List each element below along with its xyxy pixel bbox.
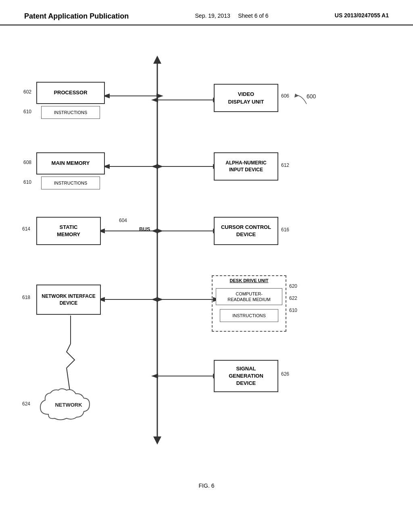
signal-generation-box: SIGNALGENERATIONDEVICE <box>214 360 278 392</box>
svg-marker-23 <box>151 229 158 233</box>
label-612: 612 <box>281 162 289 168</box>
fig-label: FIG. 6 <box>199 482 215 489</box>
svg-marker-11 <box>151 98 158 102</box>
instructions-box-3: INSTRUCTIONS <box>220 309 278 322</box>
svg-text:NETWORK: NETWORK <box>55 402 82 408</box>
instructions-box-1: INSTRUCTIONS <box>41 106 100 119</box>
sheet-label: Sheet 6 of 6 <box>238 12 269 19</box>
desk-drive-label: DESK DRIVE UNIT <box>213 278 286 283</box>
label-626: 626 <box>281 371 289 377</box>
desk-drive-outer-box: DESK DRIVE UNIT COMPUTER-READABLE MEDIUM… <box>212 275 286 332</box>
svg-marker-9 <box>156 94 163 98</box>
main-memory-box: MAIN MEMORY <box>36 152 105 175</box>
processor-box: PROCESSOR <box>36 82 105 104</box>
video-display-box: VIDEODISPLAY UNIT <box>214 84 278 112</box>
header-right: US 2013/0247055 A1 <box>335 12 389 19</box>
label-622: 622 <box>289 295 297 301</box>
date-sheet: Sep. 19, 2013 Sheet 6 of 6 <box>195 12 269 19</box>
svg-marker-32 <box>151 374 158 378</box>
static-memory-box: STATICMEMORY <box>36 217 101 245</box>
bus-label: BUS <box>139 226 150 232</box>
computer-readable-box: COMPUTER-READABLE MEDIUM <box>216 288 282 305</box>
label-604: 604 <box>119 218 127 223</box>
header-center: Sep. 19, 2013 Sheet 6 of 6 <box>195 12 269 20</box>
label-614: 614 <box>22 226 30 232</box>
svg-marker-21 <box>156 229 163 233</box>
network-cloud: NETWORK <box>36 388 101 424</box>
svg-marker-6 <box>153 436 161 445</box>
header-left: Patent Application Publication <box>24 12 129 21</box>
network-interface-box: NETWORK INTERFACEDEVICE <box>36 285 101 315</box>
label-610-1: 610 <box>23 109 31 114</box>
alpha-numeric-box: ALPHA-NUMERICINPUT DEVICE <box>214 152 278 181</box>
svg-marker-17 <box>151 164 158 169</box>
label-618: 618 <box>22 295 30 300</box>
svg-marker-5 <box>153 56 161 64</box>
instructions-box-2: INSTRUCTIONS <box>41 177 100 189</box>
svg-marker-15 <box>156 164 163 169</box>
page-header: Patent Application Publication Sep. 19, … <box>0 0 413 25</box>
patent-number: US 2013/0247055 A1 <box>335 12 389 19</box>
svg-marker-29 <box>151 297 158 302</box>
label-624: 624 <box>22 401 30 407</box>
figure-number-arrow <box>290 92 315 108</box>
diagram-container: PROCESSOR INSTRUCTIONS 602 610 MAIN MEMO… <box>0 25 413 501</box>
publication-label: Patent Application Publication <box>24 12 129 20</box>
figure-caption: FIG. 6 <box>0 482 413 489</box>
date-label: Sep. 19, 2013 <box>195 12 230 19</box>
label-610-3: 610 <box>289 308 297 313</box>
svg-marker-27 <box>156 297 163 302</box>
label-608: 608 <box>23 160 31 165</box>
label-602: 602 <box>23 89 31 95</box>
label-620: 620 <box>289 283 297 289</box>
label-606: 606 <box>281 93 289 99</box>
cursor-control-box: CURSOR CONTROLDEVICE <box>214 217 278 245</box>
label-610-2: 610 <box>23 179 31 185</box>
label-616: 616 <box>281 227 289 233</box>
svg-marker-37 <box>294 94 298 98</box>
